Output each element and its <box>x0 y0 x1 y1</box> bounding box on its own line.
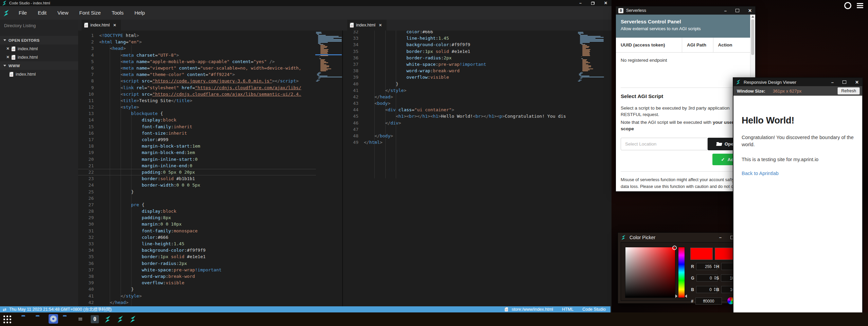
green-spinner-row: G 0 <box>691 274 718 282</box>
spinner-arrows-icon[interactable] <box>714 287 716 291</box>
description-line: Note that the AGI script will be execute… <box>621 120 750 125</box>
panel-title: Serverless Control Panel <box>621 19 746 24</box>
scrollbar-thumb[interactable] <box>751 19 754 55</box>
warning-text: Misuse of serverless function might affe… <box>621 177 750 182</box>
menu-bar: FileEditViewFont SizeToolsHelp <box>0 6 612 20</box>
minimize-button[interactable]: – <box>579 1 582 5</box>
close-button[interactable]: ✕ <box>855 80 859 85</box>
serverless-zero-icon[interactable]: 0 <box>91 315 99 323</box>
menu-file[interactable]: File <box>13 6 32 20</box>
maximize-button[interactable] <box>843 80 846 84</box>
blue-spinner-row: B 0 <box>691 286 717 293</box>
endpoint-table-header: UUID (access token)AGI PathAction <box>616 38 750 53</box>
color-selector-dot[interactable] <box>672 246 677 250</box>
menu-tools[interactable]: Tools <box>106 6 129 20</box>
menu-font-size[interactable]: Font Size <box>74 6 106 20</box>
disc-icon[interactable] <box>49 314 58 324</box>
panel-subtitle: Allow external services to run AGI scrip… <box>621 26 746 31</box>
close-button[interactable]: ✕ <box>748 8 752 13</box>
file-tree: OPEN EDITORS✕index.html✕index.htmlWWWind… <box>0 36 78 78</box>
restore-button[interactable] <box>591 2 595 5</box>
close-file-icon[interactable]: ✕ <box>5 46 10 51</box>
minimize-button[interactable]: – <box>831 80 834 85</box>
sidebar-section-open-editors[interactable]: OPEN EDITORS <box>0 36 78 44</box>
hex-row: # ff0000 <box>691 298 722 305</box>
menu-view[interactable]: View <box>52 6 74 20</box>
chevron-down-icon <box>3 39 6 41</box>
refresh-button[interactable]: Refresh <box>837 87 860 95</box>
close-button[interactable]: ✕ <box>604 1 607 5</box>
close-file-icon[interactable]: ✕ <box>5 55 10 59</box>
file-icon <box>505 307 508 311</box>
code-studio-window: Code Studio - index.html – ✕ FileEditVie… <box>0 0 612 312</box>
minimap-viewport <box>315 54 342 55</box>
responsive-viewer-window: Responsive Design Viewer – ✕ Window Size… <box>733 77 863 315</box>
code-studio-logo-icon[interactable] <box>129 315 137 323</box>
taskbar: 0 <box>0 312 868 326</box>
window-size-label: Window Size: <box>737 89 765 94</box>
hamburger-menu-icon[interactable] <box>857 3 863 8</box>
serverless-window-title: Serverless <box>626 8 646 13</box>
code-studio-logo-icon <box>736 79 741 85</box>
warning-text: data loss. Please use this function with… <box>621 184 750 189</box>
sidebar: Directory Listing OPEN EDITORS✕index.htm… <box>0 20 78 306</box>
minimize-button[interactable]: – <box>719 235 722 240</box>
window-size-value: 361px x 627px <box>773 89 802 94</box>
serverless-title-bar: 0 Serverless – ✕ <box>616 6 755 15</box>
sidebar-section-www[interactable]: WWW <box>0 61 78 70</box>
minimap[interactable] <box>578 32 604 82</box>
tab-close-icon[interactable]: ✕ <box>113 23 116 27</box>
status-file-path[interactable]: store:/www/index.html <box>512 307 553 312</box>
desktop: Code Studio - index.html – ✕ FileEditVie… <box>0 0 868 326</box>
page-paragraph: Congratulation! You discovered the bound… <box>742 134 854 148</box>
hex-value-field[interactable]: ff0000 <box>695 298 722 305</box>
swatch-current <box>690 248 713 260</box>
sidebar-item-index-html[interactable]: index.html <box>0 70 78 78</box>
saturation-value-surface[interactable] <box>625 247 675 298</box>
blue-value-field[interactable]: 0 <box>696 286 717 293</box>
select-agi-heading: Select AGI Script <box>621 93 663 99</box>
code-studio-logo-icon[interactable] <box>104 315 111 323</box>
description-line: scope <box>621 126 750 131</box>
tab-index-html-pane2[interactable]: index.html ✕ <box>347 20 387 31</box>
sidebar-item-index-html[interactable]: ✕index.html <box>0 53 78 61</box>
menu-help[interactable]: Help <box>129 6 150 20</box>
file-icon <box>350 23 354 27</box>
input-placeholder: Select Location <box>625 141 656 147</box>
responsive-viewer-window-title: Responsive Design Viewer <box>744 80 796 85</box>
folder-open-icon <box>716 142 722 146</box>
code-studio-logo-icon[interactable] <box>117 315 124 323</box>
description-line: RESTFUL request. <box>621 112 750 117</box>
menu-edit[interactable]: Edit <box>32 6 52 20</box>
green-value-field[interactable]: 0 <box>696 274 718 282</box>
editor-pane-1[interactable]: 1<!DOCTYPE html>2<html lang="en">3 <head… <box>78 31 342 306</box>
window-title: Code Studio - index.html <box>9 1 50 5</box>
endpoint-table-empty-row: No registered endpoint <box>616 53 750 68</box>
minimize-button[interactable]: – <box>724 8 727 13</box>
minimap[interactable] <box>316 32 342 82</box>
code-studio-logo-icon <box>3 9 10 17</box>
column-header-2: AGI Path <box>682 38 713 52</box>
status-language[interactable]: HTML <box>562 307 573 312</box>
hue-slider[interactable] <box>678 247 685 298</box>
back-to-aprintlab-link[interactable]: Back to Aprintlab <box>742 171 779 176</box>
sidebar-item-index-html[interactable]: ✕index.html <box>0 44 78 53</box>
editor-pane-2[interactable]: 32 color:#66633 line-height:1.4534 backg… <box>342 31 612 306</box>
tab-index-html-pane1[interactable]: index.html ✕ <box>82 20 121 31</box>
red-value-field[interactable]: 255 <box>696 263 717 270</box>
app-grid-icon[interactable] <box>3 315 11 323</box>
spinner-arrows-icon[interactable] <box>714 276 716 280</box>
tab-close-icon[interactable]: ✕ <box>379 23 382 27</box>
maximize-button[interactable] <box>736 9 739 12</box>
hue-marker-left-icon[interactable] <box>675 294 677 298</box>
status-datetime: Thu May 11 2023 21:54:48 GMT+0800 (台北標準時… <box>9 307 112 312</box>
divider <box>621 171 746 172</box>
spinner-arrows-icon[interactable] <box>714 264 716 268</box>
chevron-down-icon <box>3 65 6 66</box>
hue-marker-right-icon[interactable] <box>685 294 687 298</box>
color-picker-window-title: Color Picker <box>630 235 655 240</box>
page-paragraph: This is a testing site for my.aprint.io <box>742 156 854 163</box>
loading-ring-icon[interactable] <box>844 2 851 9</box>
select-location-input[interactable]: Select Location <box>621 138 708 150</box>
scroll-up-icon[interactable] <box>751 16 754 18</box>
